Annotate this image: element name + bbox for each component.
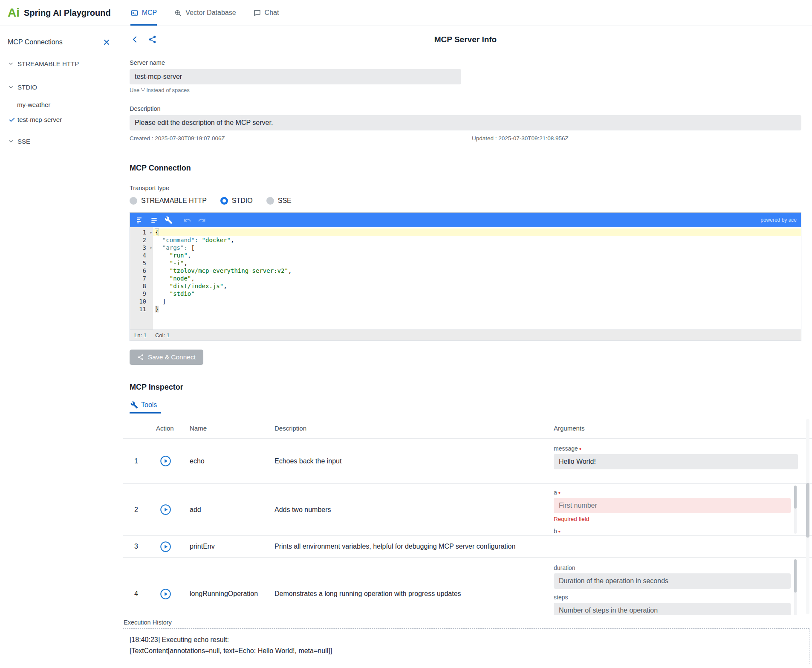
compact-json-button[interactable] xyxy=(149,215,159,226)
sidebar-item-my-weather[interactable]: my-weather xyxy=(8,101,123,108)
editor-code-line[interactable]: "args": [ xyxy=(153,244,801,252)
arg-label-steps: steps xyxy=(554,594,812,601)
tab-tools[interactable]: Tools xyxy=(130,401,161,414)
arg-input-steps[interactable] xyxy=(554,603,791,615)
transport-type-label: Transport type xyxy=(130,185,801,191)
required-marker: • xyxy=(558,528,561,535)
tab-vector-database[interactable]: Vector Database xyxy=(174,0,236,26)
section-label: SSE xyxy=(17,138,30,145)
run-tool-button[interactable] xyxy=(160,455,171,467)
undo-button[interactable] xyxy=(182,215,193,226)
code-editor[interactable]: 1▾23▾4567891011 { "command": "docker", "… xyxy=(130,227,801,330)
editor-code-line[interactable]: "run", xyxy=(153,252,801,259)
run-tool-button[interactable] xyxy=(160,504,171,515)
editor-code-line[interactable]: "stdio" xyxy=(153,290,801,298)
editor-code-line[interactable]: } xyxy=(153,305,801,313)
arg-input-duration[interactable] xyxy=(554,573,791,589)
sidebar-section-sse[interactable]: SSE xyxy=(8,138,123,145)
editor-code-line[interactable]: ] xyxy=(153,298,801,305)
editor-code-line[interactable]: "dist/index.js", xyxy=(153,282,801,290)
sidebar-item-test-mcp-server[interactable]: test-mcp-server xyxy=(8,116,123,123)
radio-streamable-http[interactable]: STREAMABLE HTTP xyxy=(130,197,207,205)
table-scrollbar[interactable] xyxy=(806,419,809,614)
fold-caret-icon[interactable]: ▾ xyxy=(150,244,152,252)
app-logo: Ai xyxy=(8,6,20,20)
repair-json-button[interactable] xyxy=(163,215,174,226)
updated-timestamp: Updated : 2025-07-30T09:21:08.956Z xyxy=(472,135,569,142)
radio-sse[interactable]: SSE xyxy=(266,197,292,205)
app-title: Spring AI Playground xyxy=(24,8,111,18)
editor-line-number: 2 xyxy=(130,236,153,244)
col-header-description: Description xyxy=(270,425,553,432)
required-marker: • xyxy=(558,489,561,496)
scrollbar-thumb[interactable] xyxy=(794,559,797,593)
top-nav: MCP Vector Database Chat xyxy=(130,0,296,26)
editor-code-line[interactable]: "tzolov/mcp-everything-server:v2", xyxy=(153,267,801,275)
sidebar-section-streamable-http[interactable]: STREAMABLE HTTP xyxy=(8,60,123,67)
arg-input-message[interactable] xyxy=(554,454,798,469)
nav-label: Chat xyxy=(265,9,279,17)
server-name-input[interactable] xyxy=(130,69,461,84)
tool-description: Echoes back the input xyxy=(270,457,553,465)
fold-caret-icon[interactable]: ▾ xyxy=(150,229,152,237)
play-icon xyxy=(160,588,171,600)
sidebar-close-button[interactable] xyxy=(101,37,112,47)
description-input[interactable] xyxy=(130,115,801,130)
scrollbar-thumb[interactable] xyxy=(794,486,797,509)
tab-tools-label: Tools xyxy=(141,401,157,409)
editor-code-line[interactable]: { xyxy=(153,228,801,236)
args-scrollbar[interactable] xyxy=(794,559,797,615)
nav-label: Vector Database xyxy=(185,9,236,17)
run-tool-button[interactable] xyxy=(160,541,171,552)
editor-gutter: 1▾23▾4567891011 xyxy=(130,227,153,330)
args-scrollbar[interactable] xyxy=(794,486,797,534)
close-icon xyxy=(102,38,111,46)
tab-mcp[interactable]: MCP xyxy=(130,0,157,26)
tool-name: longRunningOperation xyxy=(181,590,270,598)
top-bar: Ai Spring AI Playground MCP Vector Datab… xyxy=(0,0,812,26)
redo-button[interactable] xyxy=(196,215,207,226)
col-header-action: Action xyxy=(150,425,181,432)
sidebar-item-label: test-mcp-server xyxy=(17,116,62,123)
vector-database-icon xyxy=(174,9,182,17)
table-row: 3 printEnv Prints all environment variab… xyxy=(123,536,812,558)
radio-label: SSE xyxy=(278,197,292,205)
chevron-down-icon xyxy=(8,84,14,90)
editor-line-number: 8 xyxy=(130,282,153,290)
check-icon xyxy=(9,116,15,123)
editor-code[interactable]: { "command": "docker", "args": [ "run", … xyxy=(153,227,801,330)
sidebar-section-stdio[interactable]: STDIO xyxy=(8,84,123,91)
arg-input-a[interactable] xyxy=(554,498,791,513)
required-marker: • xyxy=(579,445,581,452)
radio-label: STDIO xyxy=(232,197,253,205)
share-button[interactable] xyxy=(147,34,158,45)
editor-status-bar: Ln: 1 Col: 1 xyxy=(130,330,801,341)
compact-icon xyxy=(150,216,158,224)
arg-label-duration: duration xyxy=(554,564,812,571)
editor-code-line[interactable]: "-i", xyxy=(153,259,801,267)
back-button[interactable] xyxy=(130,34,140,45)
timestamps-row: Created : 2025-07-30T09:19:07.006Z Updat… xyxy=(130,135,801,142)
main-content: MCP Server Info Server name Use '-' inst… xyxy=(123,26,812,668)
save-connect-button[interactable]: Save & Connect xyxy=(130,350,203,365)
save-connect-label: Save & Connect xyxy=(148,353,196,361)
radio-stdio[interactable]: STDIO xyxy=(220,197,253,205)
scrollbar-thumb[interactable] xyxy=(806,483,809,538)
powered-by-ace-link[interactable]: powered by ace xyxy=(760,217,797,223)
json-editor: powered by ace 1▾23▾4567891011 { "comman… xyxy=(130,212,801,341)
editor-code-line[interactable]: "node", xyxy=(153,275,801,282)
wrench-icon xyxy=(165,216,173,224)
mcp-connection-title: MCP Connection xyxy=(130,164,801,173)
tool-description: Demonstrates a long running operation wi… xyxy=(270,590,553,598)
sidebar-title: MCP Connections xyxy=(8,38,63,46)
format-json-button[interactable] xyxy=(134,215,145,226)
run-tool-button[interactable] xyxy=(160,588,171,600)
table-row: 2 add Adds two numbers a • Required fiel… xyxy=(123,484,812,536)
tab-chat[interactable]: Chat xyxy=(253,0,279,26)
editor-line-number: 4 xyxy=(130,252,153,259)
editor-code-line[interactable]: "command": "docker", xyxy=(153,236,801,244)
play-icon xyxy=(160,541,171,552)
arg-label-text: duration xyxy=(554,564,575,571)
tool-name: echo xyxy=(181,457,270,465)
editor-line-number: 7 xyxy=(130,275,153,282)
